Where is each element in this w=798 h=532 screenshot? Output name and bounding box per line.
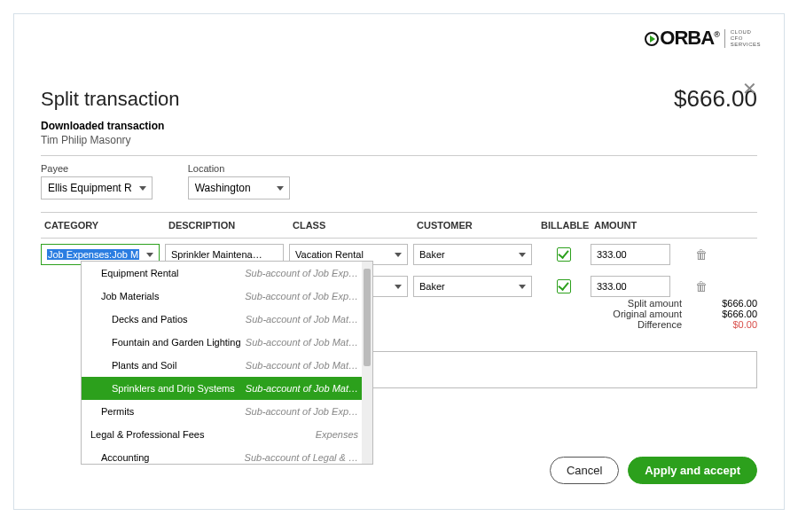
customer-select[interactable]: Baker	[413, 244, 532, 265]
page-title: Split transaction	[41, 88, 180, 111]
vendor-name: Tim Philip Masonry	[41, 134, 757, 146]
amount-input[interactable]	[591, 276, 670, 297]
col-amount: AMOUNT	[591, 213, 688, 238]
dropdown-item[interactable]: Decks and PatiosSub-account of Job Mat…	[82, 308, 372, 331]
col-class: CLASS	[289, 213, 413, 238]
dropdown-item[interactable]: Sprinklers and Drip SystemsSub-account o…	[82, 377, 372, 400]
payee-select[interactable]: Ellis Equipment R	[41, 176, 153, 200]
location-label: Location	[188, 163, 290, 174]
delete-row-icon[interactable]: 🗑	[688, 279, 715, 293]
totals-block: Split amount$666.00 Original amount$666.…	[593, 298, 757, 330]
dropdown-item[interactable]: AccountingSub-account of Legal & …	[82, 446, 372, 465]
brand-logo: ORBA® CLOUD CFO SERVICES	[645, 27, 761, 50]
chevron-down-icon	[395, 285, 402, 289]
apply-button[interactable]: Apply and accept	[628, 457, 757, 484]
close-icon[interactable]: ✕	[742, 78, 757, 99]
dropdown-item[interactable]: Job MaterialsSub-account of Job Exp…	[82, 285, 372, 308]
billable-checkbox[interactable]	[557, 247, 571, 262]
memo-textarea[interactable]	[367, 351, 757, 388]
scrollbar[interactable]	[362, 262, 372, 464]
dropdown-item[interactable]: Fountain and Garden LightingSub-account …	[82, 331, 372, 354]
cancel-button[interactable]: Cancel	[550, 457, 619, 484]
customer-select[interactable]: Baker	[413, 276, 532, 297]
col-category: CATEGORY	[41, 213, 165, 238]
col-description: DESCRIPTION	[165, 213, 289, 238]
col-billable: BILLABLE	[537, 213, 591, 238]
chevron-down-icon	[146, 253, 153, 257]
delete-row-icon[interactable]: 🗑	[688, 247, 715, 262]
col-customer: CUSTOMER	[413, 213, 537, 238]
billable-checkbox[interactable]	[557, 279, 571, 293]
chevron-down-icon	[519, 285, 526, 289]
location-select[interactable]: Washington	[188, 176, 290, 200]
chevron-down-icon	[395, 253, 402, 257]
chevron-down-icon	[519, 253, 526, 257]
dropdown-item[interactable]: Legal & Professional FeesExpenses	[82, 423, 372, 446]
section-subhead: Downloaded transaction	[41, 120, 757, 132]
amount-input[interactable]	[591, 244, 670, 265]
brand-tagline: CLOUD CFO SERVICES	[724, 29, 761, 48]
dropdown-item[interactable]: PermitsSub-account of Job Exp…	[82, 400, 372, 423]
payee-label: Payee	[41, 163, 153, 174]
chevron-down-icon	[277, 186, 284, 191]
dropdown-item[interactable]: Plants and SoilSub-account of Job Mat…	[82, 354, 372, 377]
dropdown-item[interactable]: Equipment RentalSub-account of Job Exp…	[82, 262, 372, 285]
chevron-down-icon	[139, 186, 146, 191]
category-dropdown[interactable]: Equipment RentalSub-account of Job Exp…J…	[81, 261, 373, 465]
